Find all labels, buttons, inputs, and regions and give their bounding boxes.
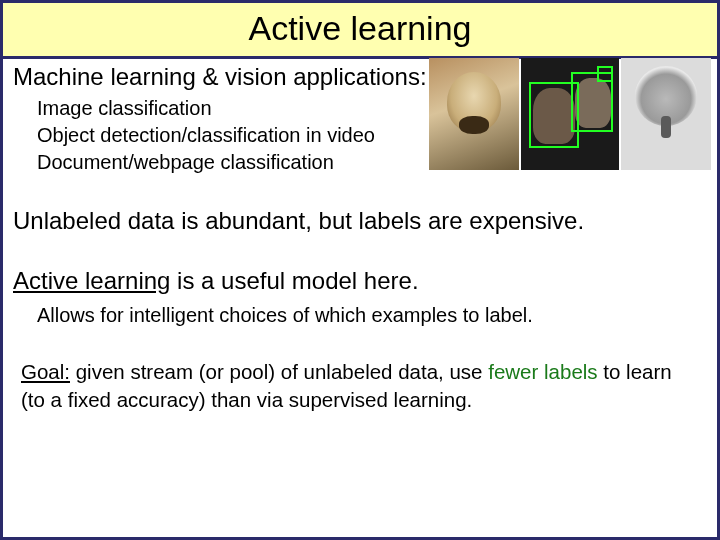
list-item: Image classification xyxy=(37,95,707,122)
goal-label: Goal: xyxy=(21,360,70,383)
active-learning-sub: Allows for intelligent choices of which … xyxy=(37,302,707,328)
list-item: Document/webpage classification xyxy=(37,149,707,176)
title-band: Active learning xyxy=(3,3,717,59)
list-item: Object detection/classification in video xyxy=(37,122,707,149)
statement-rest: is a useful model here. xyxy=(170,267,418,294)
goal-statement: Goal: given stream (or pool) of unlabele… xyxy=(21,358,707,413)
content-area: Machine learning & vision applications: … xyxy=(3,59,717,413)
slide-title: Active learning xyxy=(3,9,717,48)
applications-heading: Machine learning & vision applications: xyxy=(13,63,707,91)
applications-list: Image classification Object detection/cl… xyxy=(37,95,707,176)
underlined-term: Active learning xyxy=(13,267,170,294)
goal-text-a: given stream (or pool) of unlabeled data… xyxy=(70,360,488,383)
statement-active-learning: Active learning is a useful model here. xyxy=(13,266,707,296)
statement-unlabeled-data: Unlabeled data is abundant, but labels a… xyxy=(13,206,707,236)
slide: Active learning Machine learning & visio… xyxy=(0,0,720,540)
goal-highlight: fewer labels xyxy=(488,360,597,383)
